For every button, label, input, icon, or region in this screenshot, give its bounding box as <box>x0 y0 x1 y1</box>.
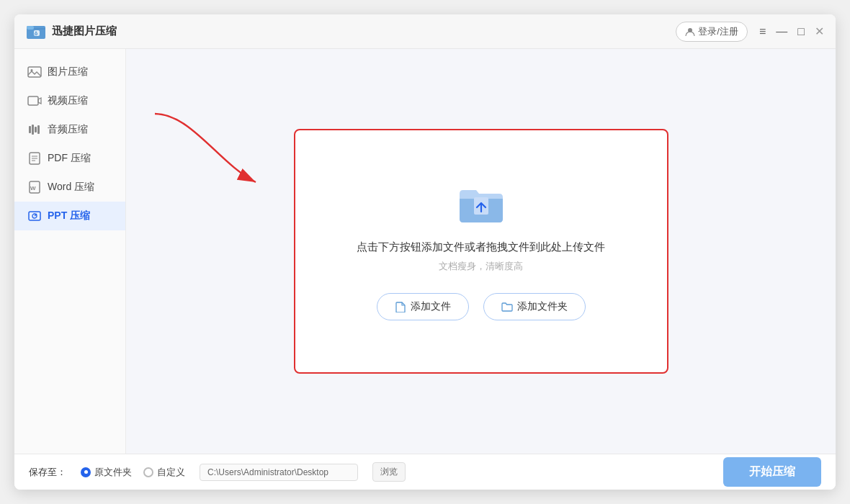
user-icon <box>685 27 695 37</box>
sidebar-item-pdf[interactable]: PDF 压缩 <box>14 144 125 173</box>
drop-sub-text: 文档瘦身，清晰度高 <box>439 260 523 273</box>
add-file-label: 添加文件 <box>411 300 451 313</box>
start-compress-button[interactable]: 开始压缩 <box>723 457 821 487</box>
radio-original-selected <box>81 467 91 477</box>
main-window: 迅捷图片压缩 登录/注册 ≡ — □ ✕ <box>14 14 836 490</box>
sidebar-label-video: 视频压缩 <box>48 94 88 107</box>
login-button[interactable]: 登录/注册 <box>676 22 748 42</box>
drop-main-text: 点击下方按钮添加文件或者拖拽文件到此处上传文件 <box>357 240 605 254</box>
save-options: 原文件夹 自定义 <box>81 466 185 479</box>
original-folder-option[interactable]: 原文件夹 <box>81 466 132 479</box>
sidebar-label-ppt: PPT 压缩 <box>48 210 90 222</box>
add-folder-button[interactable]: 添加文件夹 <box>483 293 586 320</box>
custom-label: 自定义 <box>157 466 185 479</box>
close-button[interactable]: ✕ <box>815 26 824 37</box>
titlebar-left: 迅捷图片压缩 <box>26 22 117 42</box>
audio-icon <box>27 122 42 137</box>
drop-buttons: 添加文件 添加文件夹 <box>377 293 586 320</box>
svg-rect-10 <box>37 125 40 134</box>
pdf-icon <box>27 151 42 166</box>
titlebar: 迅捷图片压缩 登录/注册 ≡ — □ ✕ <box>14 14 836 49</box>
svg-rect-7 <box>29 126 31 133</box>
radio-inner <box>84 470 88 474</box>
custom-option[interactable]: 自定义 <box>143 466 185 479</box>
radio-custom-empty <box>143 467 153 477</box>
main-layout: 图片压缩 视频压缩 音频压缩 <box>14 49 836 454</box>
sidebar-item-video[interactable]: 视频压缩 <box>14 86 125 115</box>
svg-rect-9 <box>35 127 37 132</box>
arrow-icon <box>148 107 263 193</box>
sidebar-item-audio[interactable]: 音频压缩 <box>14 115 125 144</box>
add-folder-label: 添加文件夹 <box>517 300 568 313</box>
save-to-label: 保存至： <box>29 466 66 479</box>
svg-rect-1 <box>27 26 34 30</box>
maximize-button[interactable]: □ <box>797 26 805 37</box>
sidebar-label-word: Word 压缩 <box>48 181 94 194</box>
file-icon <box>395 301 406 312</box>
footer: 保存至： 原文件夹 自定义 浏览 开始压缩 <box>14 454 836 490</box>
folder-icon <box>501 301 513 312</box>
minimize-button[interactable]: — <box>776 26 787 37</box>
svg-text:W: W <box>30 185 36 192</box>
menu-button[interactable]: ≡ <box>759 26 766 37</box>
content-area: 点击下方按钮添加文件或者拖拽文件到此处上传文件 文档瘦身，清晰度高 添加文件 <box>126 49 836 454</box>
image-icon <box>27 65 42 79</box>
original-folder-label: 原文件夹 <box>94 466 132 479</box>
browse-button[interactable]: 浏览 <box>372 462 406 482</box>
app-logo-icon <box>26 22 46 42</box>
drop-zone: 点击下方按钮添加文件或者拖拽文件到此处上传文件 文档瘦身，清晰度高 添加文件 <box>294 129 668 374</box>
svg-rect-8 <box>32 125 34 135</box>
sidebar-item-word[interactable]: W Word 压缩 <box>14 173 125 202</box>
sidebar: 图片压缩 视频压缩 音频压缩 <box>14 49 126 454</box>
titlebar-right: 登录/注册 ≡ — □ ✕ <box>676 22 824 42</box>
sidebar-label-audio: 音频压缩 <box>48 123 88 136</box>
video-icon <box>27 94 42 108</box>
arrow-indicator <box>148 107 263 196</box>
svg-rect-4 <box>28 67 41 77</box>
window-controls: ≡ — □ ✕ <box>759 26 824 37</box>
login-label: 登录/注册 <box>698 25 738 38</box>
upload-folder-icon <box>456 183 506 226</box>
path-input[interactable] <box>200 464 358 481</box>
sidebar-item-ppt[interactable]: PPT 压缩 <box>14 202 125 230</box>
svg-rect-6 <box>28 96 38 105</box>
sidebar-item-image[interactable]: 图片压缩 <box>14 58 125 86</box>
app-title: 迅捷图片压缩 <box>52 24 117 38</box>
add-file-button[interactable]: 添加文件 <box>377 293 469 320</box>
ppt-icon <box>27 209 42 223</box>
sidebar-label-image: 图片压缩 <box>48 66 88 78</box>
sidebar-label-pdf: PDF 压缩 <box>48 152 91 165</box>
word-icon: W <box>27 180 42 194</box>
